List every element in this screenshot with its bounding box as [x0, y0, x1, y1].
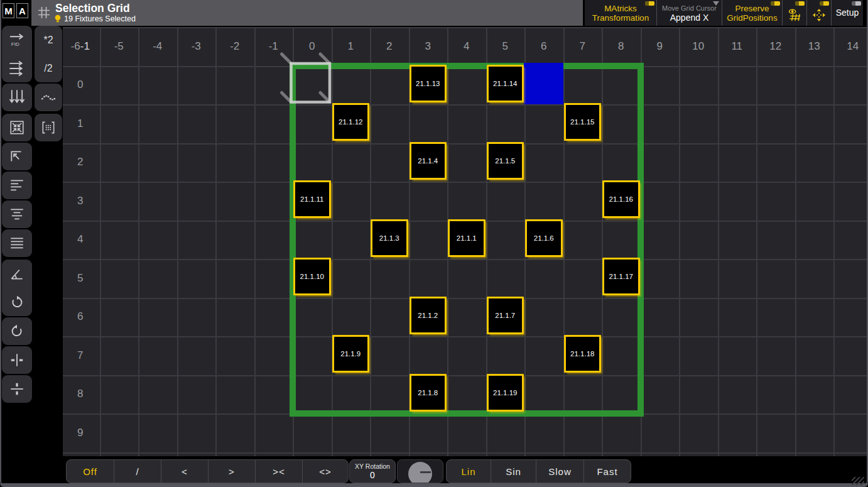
- divide-by-two-button[interactable]: /2: [44, 63, 52, 74]
- angle-icon: [9, 266, 25, 282]
- move-grid-cursor-button[interactable]: Move Grid Cursor Append X: [656, 0, 722, 26]
- mode-button-group: Off/<>><<>: [66, 459, 349, 483]
- button-indicator: [795, 1, 805, 6]
- title-bar-buttons: MAtricks Transformation Move Grid Cursor…: [585, 0, 868, 26]
- lamp-icon: [54, 14, 62, 23]
- curve-button[interactable]: Fast: [583, 460, 631, 483]
- xy-rotation-label: XY Rotation: [355, 462, 390, 470]
- mirror-horizontal-icon: [9, 352, 25, 368]
- mode-button[interactable]: <>: [302, 460, 348, 483]
- rotation-knob-panel[interactable]: [397, 459, 443, 483]
- window-bottom-edge: [0, 483, 868, 487]
- mirror-horizontal-button[interactable]: [2, 346, 32, 374]
- reset-corner-button[interactable]: [2, 143, 32, 170]
- highlight-grid-button[interactable]: [782, 0, 806, 26]
- ma-logo-a: A: [16, 3, 28, 18]
- xy-rotation-value: 0: [370, 470, 375, 480]
- fixture-order-button-group[interactable]: FID: [2, 26, 32, 82]
- toolbar-column-2: *2 /2: [35, 26, 62, 143]
- arrows-right-icon: [8, 60, 26, 77]
- page-title: Selection Grid: [55, 2, 130, 15]
- align-center-button[interactable]: [2, 200, 32, 228]
- rotate-cw-icon: [9, 294, 25, 310]
- corner-arrow-icon: [9, 148, 25, 165]
- compress-grid-button[interactable]: [2, 114, 32, 141]
- button-indicator: [852, 1, 861, 6]
- scale-button-group[interactable]: *2 /2: [35, 26, 62, 82]
- wave-button[interactable]: [35, 84, 62, 111]
- multiply-by-two-button[interactable]: *2: [43, 35, 53, 46]
- mode-button[interactable]: Off: [67, 460, 114, 483]
- compress-icon: [9, 119, 25, 136]
- align-left-button[interactable]: [2, 172, 32, 199]
- mode-button[interactable]: >: [208, 460, 255, 483]
- selection-status: 19 Fixtures Selected: [54, 14, 136, 23]
- xy-rotation-panel[interactable]: XY Rotation 0: [349, 459, 396, 483]
- align-left-icon: [9, 177, 25, 194]
- grid-brackets-button[interactable]: [35, 114, 62, 141]
- rotate-ccw-button[interactable]: [2, 317, 32, 345]
- arrows-down-icon: [8, 89, 26, 106]
- rotation-button-group[interactable]: [2, 260, 32, 316]
- button-indicator: [771, 1, 780, 6]
- dropdown-triangle-icon: [713, 1, 719, 6]
- mode-button[interactable]: <: [161, 460, 208, 483]
- preserve-gridpositions-button[interactable]: Preserve GridPositions: [722, 0, 782, 26]
- svg-text:FID: FID: [11, 41, 19, 47]
- resize-handle-icon[interactable]: [852, 477, 864, 485]
- curve-button[interactable]: Lin: [447, 460, 491, 483]
- mirror-vertical-icon: [9, 381, 25, 397]
- wave-dots-icon: [40, 89, 57, 106]
- curve-button[interactable]: Sin: [491, 460, 536, 483]
- mirror-vertical-button[interactable]: [2, 375, 32, 403]
- curve-button[interactable]: Slow: [536, 460, 583, 483]
- arrow-fid-icon: FID: [8, 31, 26, 50]
- matricks-transformation-button[interactable]: MAtricks Transformation: [585, 0, 656, 26]
- selection-grid[interactable]: -6-1-5-4-3-2-101234567891011121314012345…: [61, 27, 868, 456]
- align-justify-button[interactable]: [2, 229, 32, 257]
- button-indicator: [820, 1, 829, 6]
- align-justify-icon: [9, 235, 25, 251]
- move-center-button[interactable]: [806, 0, 831, 26]
- align-center-icon: [9, 206, 25, 222]
- button-indicator: [645, 1, 654, 6]
- mode-button[interactable]: ><: [255, 460, 302, 483]
- rotate-ccw-icon: [9, 323, 25, 339]
- arrows-down-button[interactable]: [2, 84, 32, 111]
- mode-button[interactable]: /: [114, 460, 161, 483]
- rotation-knob[interactable]: [408, 462, 432, 483]
- ma-logo[interactable]: M A: [3, 3, 28, 18]
- move-arrows-icon: [812, 8, 826, 22]
- eye-grid-icon: [788, 8, 802, 23]
- ma-logo-m: M: [3, 3, 14, 18]
- selection-grid-icon: [36, 5, 52, 20]
- grid-cursor[interactable]: [61, 27, 868, 456]
- bottom-toolbar: Off/<>><<> XY Rotation 0 LinSinSlowFast: [0, 456, 868, 483]
- grid-brackets-icon: [40, 119, 57, 136]
- curve-button-group: LinSinSlowFast: [446, 459, 631, 483]
- matricks-toolbar: FID: [0, 26, 63, 456]
- toolbar-column-1: FID: [2, 26, 32, 404]
- setup-button[interactable]: Setup: [831, 0, 863, 26]
